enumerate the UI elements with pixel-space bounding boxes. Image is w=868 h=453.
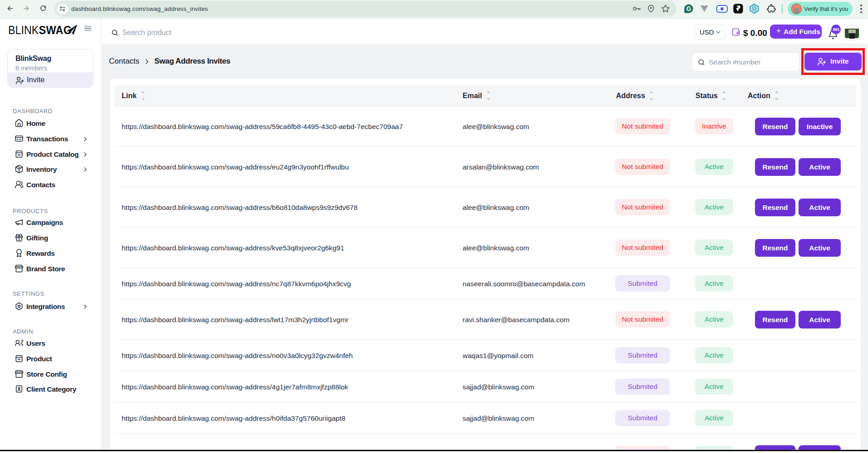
svg-text:G: G (686, 5, 691, 12)
